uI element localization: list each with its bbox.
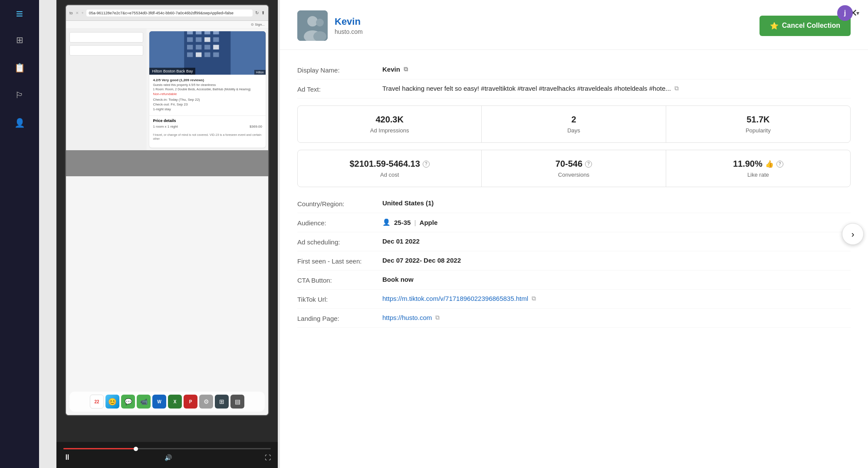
popularity-label: Popularity: [673, 127, 843, 134]
cost-value: $2101.59-5464.13 ?: [305, 159, 474, 169]
phone-mockup: to ✕ + 05a-961128e7e2c7&c=e75534d0-3fdf-…: [65, 4, 269, 416]
tiktok-url-copy-icon[interactable]: ⧉: [532, 295, 536, 302]
landing-page-link[interactable]: https://husto.com: [382, 314, 432, 321]
audience-row: Audience 👤 25-35 | Apple: [297, 213, 851, 232]
video-content: to ✕ + 05a-961128e7e2c7&c=e75534d0-3fdf-…: [56, 0, 278, 442]
browser-new-tab[interactable]: +: [82, 11, 84, 15]
video-controls: ⏸ 🔊 ⛶: [56, 442, 278, 468]
dock-word-icon[interactable]: W: [152, 395, 166, 409]
conversions-value-text: 70-546: [556, 159, 582, 169]
like-rate-label: Like rate: [673, 171, 843, 178]
next-button[interactable]: ›: [842, 223, 864, 245]
audience-divider: |: [414, 219, 416, 226]
scheduling-value: Dec 01 2022: [382, 237, 851, 245]
ad-text-label: Ad Text: [297, 85, 375, 93]
advertiser-avatar: [297, 10, 328, 41]
country-row: Country/Region United States (1): [297, 194, 851, 213]
display-name-copy-icon[interactable]: ⧉: [404, 66, 408, 73]
conversions-value: 70-546 ?: [489, 159, 658, 169]
dock-ppt-icon[interactable]: P: [184, 395, 197, 409]
dock-extra-icon[interactable]: ⊞: [215, 395, 229, 409]
dock-facetime-icon[interactable]: 📹: [137, 395, 151, 409]
ad-text-row: Ad Text Travel hacking never felt so eas…: [297, 79, 851, 99]
progress-fill: [63, 448, 136, 449]
hotel-rating: 4.2/5 Very good (1,209 reviews): [153, 78, 262, 82]
cost-help-icon[interactable]: ?: [423, 161, 430, 168]
tiktok-url-link[interactable]: https://m.tiktok.com/v/71718960223968658…: [382, 295, 528, 302]
cta-label: CTA Button: [297, 276, 375, 284]
svg-rect-13: [214, 45, 219, 49]
sidebar-icon-calendar[interactable]: 📋: [11, 59, 29, 76]
svg-rect-9: [214, 37, 219, 42]
stat-impressions: 420.3K Ad Impressions: [298, 106, 482, 142]
like-rate-help-icon[interactable]: ?: [776, 161, 783, 168]
days-value: 2: [489, 115, 658, 125]
popularity-value: 51.7K: [673, 115, 843, 125]
first-seen-value: Dec 07 2022- Dec 08 2022: [382, 257, 851, 264]
user-avatar[interactable]: j: [837, 5, 853, 21]
sidebar-icon-home[interactable]: ⊞: [13, 31, 27, 49]
cost-label: Ad cost: [305, 171, 474, 178]
advertiser-domain: husto.com: [335, 28, 753, 35]
fullscreen-btn[interactable]: ⛶: [265, 454, 271, 461]
dock-finder-icon[interactable]: 😊: [105, 395, 119, 409]
tiktok-url-value: https://m.tiktok.com/v/71718960223968658…: [382, 295, 851, 302]
svg-rect-7: [196, 37, 201, 42]
browser-refresh[interactable]: ↻: [255, 10, 259, 15]
audience-label: Audience: [297, 218, 375, 227]
audience-person-icon: 👤: [382, 218, 391, 226]
sidebar-icon-flag[interactable]: 🏳: [12, 87, 27, 104]
price-details: Price details 1 room x 1 night $369.00: [149, 115, 266, 131]
audience-age: 25-35: [394, 219, 411, 226]
landing-page-copy-icon[interactable]: ⧉: [435, 314, 440, 321]
dock-area: 22 😊 💬 📹 W X P ⚙ ⊞ ▤: [66, 150, 268, 176]
browser-close[interactable]: ✕: [76, 11, 79, 15]
sidebar-icon-user[interactable]: 👤: [11, 114, 29, 132]
landing-page-label: Landing Page: [297, 314, 375, 322]
dock-calendar-icon[interactable]: 22: [90, 395, 104, 409]
browser-url: 05a-961128e7e2c7&c=e75534d0-3fdf-454c-bb…: [86, 10, 253, 16]
display-name-row: Display Name Kevin ⧉: [297, 60, 851, 79]
dock-messages-icon[interactable]: 💬: [121, 395, 135, 409]
svg-rect-2: [187, 31, 193, 34]
dock-excel-icon[interactable]: X: [168, 395, 182, 409]
modal-header: Kevin husto.com ⭐ Cancel Collection: [280, 0, 868, 50]
svg-rect-5: [214, 31, 219, 34]
cost-value-text: $2101.59-5464.13: [349, 159, 420, 169]
disclaimer-text: f travel, or change of mind is not cover…: [149, 131, 266, 142]
advertiser-info: Kevin husto.com: [335, 16, 753, 35]
conversions-help-icon[interactable]: ?: [585, 161, 592, 168]
dock-extra2-icon[interactable]: ▤: [230, 395, 244, 409]
audience-value: 👤 25-35 | Apple: [382, 218, 851, 226]
hotel-image: Hilton Boston Back Bay Hilton: [149, 31, 266, 75]
landing-page-value: https://husto.com ⧉: [382, 314, 851, 321]
sidebar-logo: ≡: [16, 7, 23, 21]
first-seen-row: First seen - Last seen Dec 07 2022- Dec …: [297, 251, 851, 270]
price-title: Price details: [153, 119, 262, 123]
progress-dot: [134, 447, 138, 451]
volume-btn[interactable]: 🔊: [164, 454, 172, 461]
browser-share[interactable]: ⬆: [261, 10, 265, 15]
hilton-label: Hilton: [254, 70, 266, 75]
progress-bar[interactable]: [63, 448, 271, 449]
thumbs-up-icon: 👍: [765, 160, 774, 168]
hotel-card: Hilton Boston Back Bay Hilton 4.2/5 Very…: [149, 31, 266, 148]
svg-rect-15: [196, 53, 201, 57]
hotel-details: 4.2/5 Very good (1,209 reviews) Guests r…: [149, 75, 266, 115]
country-value: United States (1): [382, 199, 851, 207]
svg-rect-4: [205, 31, 210, 34]
ad-text-copy-icon[interactable]: ⧉: [674, 85, 679, 92]
user-dropdown-icon[interactable]: ▾: [856, 10, 859, 16]
svg-rect-16: [205, 53, 210, 57]
dock-settings-icon[interactable]: ⚙: [199, 395, 213, 409]
hotel-name-label: Hilton Boston Back Bay: [149, 68, 195, 75]
cta-value: Book now: [382, 276, 851, 283]
signin-text[interactable]: ⊙ Sign...: [251, 23, 265, 26]
price-row: 1 room x 1 night $369.00: [153, 125, 262, 129]
first-seen-label: First seen - Last seen: [297, 257, 375, 265]
play-pause-btn[interactable]: ⏸: [63, 453, 71, 462]
svg-point-19: [307, 16, 318, 26]
video-panel: to ✕ + 05a-961128e7e2c7&c=e75534d0-3fdf-…: [56, 0, 278, 468]
like-rate-value: 11.90% 👍 ?: [673, 159, 843, 169]
controls-row: ⏸ 🔊 ⛶: [63, 453, 271, 462]
